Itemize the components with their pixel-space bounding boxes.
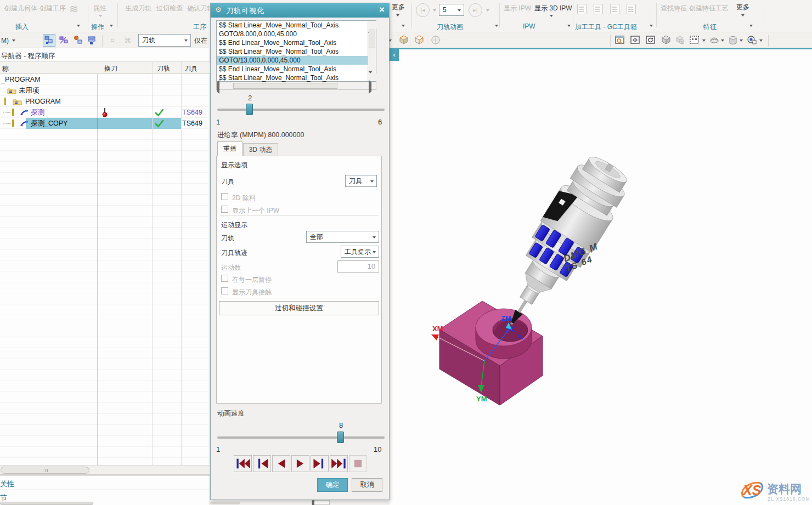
section-shell-caret-icon[interactable] xyxy=(721,39,724,42)
toolpath-filter-icon[interactable] xyxy=(58,35,70,48)
pause-each-level-checkbox[interactable] xyxy=(221,275,228,282)
dialog-close-icon[interactable]: × xyxy=(379,4,385,15)
group-toolpath-animation-caret-icon[interactable] xyxy=(495,25,498,27)
window-grid-caret-icon[interactable] xyxy=(702,39,706,42)
cylinder-caret-icon[interactable] xyxy=(740,39,743,42)
tab-replay[interactable]: 重播 xyxy=(217,141,243,156)
gcode-line[interactable]: $$ End Linear_Move_Normal_Tool_Axis xyxy=(217,38,376,47)
show-3d-ipw-caret-icon[interactable] xyxy=(550,15,553,17)
solid-cube-icon[interactable] xyxy=(661,35,672,48)
more-left-caret-icon[interactable] xyxy=(396,14,399,16)
cylinder-icon[interactable] xyxy=(728,35,738,48)
panel-collapse-tab[interactable]: ‹ xyxy=(390,49,399,61)
play-last-button[interactable] xyxy=(330,455,348,472)
show-ipw-button[interactable]: 显示 IPW xyxy=(504,4,531,12)
goto-last-caret-icon[interactable] xyxy=(486,9,489,12)
toolpath-range-combo[interactable]: 全部 xyxy=(306,231,379,243)
properties-button[interactable]: 属性 xyxy=(93,4,106,12)
tree-row-program[interactable]: PROGRAM xyxy=(0,96,210,107)
position-slider-track[interactable] xyxy=(217,109,385,111)
view-combo-clipped[interactable]: M) xyxy=(1,37,9,44)
tree-row-probe-operation[interactable]: 探测 TS649 xyxy=(0,107,210,118)
gouge-collision-settings-button[interactable]: 过切和碰撞设置 xyxy=(219,301,379,315)
more-button-left[interactable]: 更多 xyxy=(392,3,405,11)
overflow-caret-icon[interactable] xyxy=(402,25,405,27)
shaded-cube-icon[interactable] xyxy=(398,35,409,48)
scroll-up-button[interactable] xyxy=(368,21,376,29)
workpiece-part[interactable] xyxy=(439,301,543,405)
more-right-caret-icon[interactable] xyxy=(741,14,745,16)
gcode-line[interactable]: $$ End Linear_Move_Normal_Tool_Axis xyxy=(217,65,376,73)
scroll-left-mini-button[interactable] xyxy=(312,500,330,505)
goto-first-caret-icon[interactable] xyxy=(433,9,436,12)
tab-3d-dynamic[interactable]: 3D 动态 xyxy=(243,143,278,156)
display-eye-icon[interactable] xyxy=(746,35,757,48)
scroll-left-button[interactable] xyxy=(217,82,224,89)
window-search-icon[interactable] xyxy=(614,35,625,48)
column-toolpath[interactable]: 刀轨 xyxy=(157,64,170,73)
create-feature-process-button[interactable]: 创建特征工艺 xyxy=(689,4,729,12)
generate-toolpath-button[interactable]: 生成刀轨 xyxy=(125,4,151,12)
tree-row-probe-copy-operation[interactable]: 探测_COPY TS649 xyxy=(0,118,210,129)
play-forward-button[interactable] xyxy=(291,455,309,472)
speed-slider-track[interactable] xyxy=(217,436,385,439)
details-scrollbar-thumb[interactable] xyxy=(0,502,93,505)
position-slider-thumb[interactable] xyxy=(246,104,253,115)
surface-wave-icon[interactable]: ≋ xyxy=(69,2,78,15)
motion-count-input[interactable]: 10 xyxy=(337,260,379,273)
column-tool[interactable]: 刀具 xyxy=(184,64,198,73)
combo-caret-icon[interactable] xyxy=(370,180,374,183)
group-gc-toolbox-caret-icon[interactable] xyxy=(650,25,653,27)
step-forward-button[interactable] xyxy=(311,455,329,472)
cancel-button[interactable]: 取消 xyxy=(352,478,382,492)
tool-display-combo[interactable]: 刀具 xyxy=(345,175,377,187)
play-backward-button[interactable] xyxy=(272,455,290,472)
window-refresh-icon[interactable] xyxy=(645,35,656,48)
group-ipw-caret-icon[interactable] xyxy=(567,25,571,27)
tool-trace-combo[interactable]: 工具提示 xyxy=(341,246,379,258)
show-3d-ipw-button[interactable]: 显示 3D IPW xyxy=(534,4,572,12)
column-separator-dark[interactable] xyxy=(98,74,98,465)
partial-scrollbar[interactable] xyxy=(210,502,240,504)
navigator-horizontal-scrollbar[interactable] xyxy=(0,465,210,475)
list-vertical-scrollbar[interactable] xyxy=(368,21,376,81)
goto-last-move-button[interactable]: ▸| xyxy=(469,3,482,17)
gcode-listbox[interactable]: $$ Start Linear_Move_Normal_Tool_Axis GO… xyxy=(216,20,376,82)
stop-button[interactable] xyxy=(349,455,367,472)
tree-row-nc-program[interactable]: _PROGRAM xyxy=(0,74,210,85)
gcode-line[interactable]: $$ Start Linear_Move_Normal_Tool_Axis xyxy=(217,21,376,30)
verify-toolpath-button[interactable]: 确认刀轨 xyxy=(187,4,213,12)
more-button-right[interactable]: 更多 xyxy=(736,3,749,11)
column-separator[interactable] xyxy=(181,61,182,465)
3d-scene[interactable]: XM YM ZM xyxy=(401,154,664,428)
group-feature-caret-icon[interactable] xyxy=(749,25,753,27)
tool-display-icon[interactable] xyxy=(72,35,84,48)
play-first-button[interactable] xyxy=(234,455,252,472)
wireframe-cube-icon[interactable] xyxy=(414,35,425,48)
machining-tool-icon[interactable] xyxy=(627,4,636,14)
speed-slider-thumb[interactable] xyxy=(337,432,344,443)
machining-tool-icon[interactable] xyxy=(577,4,587,14)
ok-button[interactable]: 确定 xyxy=(317,478,348,492)
column-separator[interactable] xyxy=(152,61,153,465)
window-move-icon[interactable] xyxy=(630,35,641,48)
combo-caret-icon[interactable] xyxy=(373,251,376,253)
scrollbar-thumb[interactable] xyxy=(233,83,337,89)
step-back-button[interactable] xyxy=(253,455,271,472)
group-insert-caret-icon[interactable] xyxy=(77,25,80,27)
gcode-line-selected[interactable]: GOTO/13.000,0.000,45.000 xyxy=(217,56,376,65)
find-feature-button[interactable]: 查找特征 xyxy=(661,4,687,12)
goto-first-move-button[interactable]: |◂ xyxy=(416,3,430,17)
list-horizontal-scrollbar[interactable] xyxy=(216,82,376,90)
section-shell-icon[interactable] xyxy=(709,35,720,48)
list-display-icon[interactable] xyxy=(87,35,98,48)
scroll-right-button[interactable] xyxy=(369,82,376,89)
show-prev-ipw-checkbox[interactable] xyxy=(221,206,228,213)
spinner-caret-icon[interactable] xyxy=(458,9,461,12)
gcode-line[interactable]: $$ Start Linear_Move_Normal_Tool_Axis xyxy=(217,47,376,56)
dependencies-section-header[interactable]: 关性 xyxy=(0,479,14,489)
gcode-line-clipped[interactable]: $$ Start Linear_Move_Normal_Tool_Axis xyxy=(217,73,376,82)
group-operation-caret-icon[interactable] xyxy=(110,25,113,27)
column-tool-change[interactable]: 换刀 xyxy=(104,64,117,73)
gcode-line[interactable]: GOTO/8.000,0.000,45.000 xyxy=(217,30,376,38)
